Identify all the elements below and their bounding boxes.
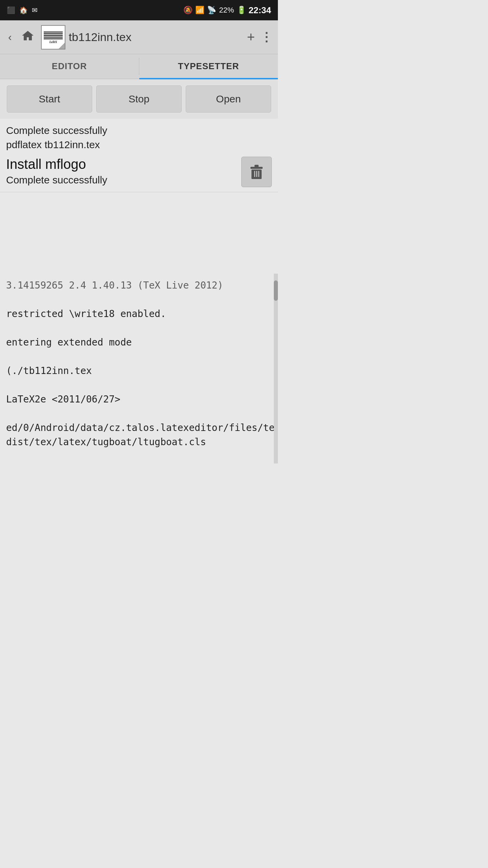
- gmail-icon: ✉: [32, 6, 38, 14]
- log-line-5: LaTeX2e <2011/06/27>: [6, 392, 272, 407]
- svg-rect-4: [256, 171, 257, 177]
- battery-icon: 🔋: [237, 6, 246, 15]
- install-section: Install mflogo Complete successfully: [0, 152, 278, 192]
- status-line-2: pdflatex tb112inn.tex: [6, 138, 272, 152]
- signal-icon: 📡: [207, 6, 216, 15]
- tab-bar: EDITOR TYPESETTER: [0, 54, 278, 79]
- clock: 22:34: [249, 5, 271, 16]
- add-button[interactable]: +: [247, 29, 255, 45]
- empty-area: [0, 192, 278, 274]
- nav-title-area: LaTeX tb112inn.tex: [41, 25, 243, 50]
- tab-editor[interactable]: EDITOR: [0, 54, 139, 78]
- status-area: Complete successfully pdflatex tb112inn.…: [0, 119, 278, 152]
- action-buttons: Start Stop Open: [0, 79, 278, 119]
- log-scroll-content: 3.14159265 2.4 1.40.13 (TeX Live 2012) r…: [0, 274, 278, 463]
- log-line-1: 3.14159265 2.4 1.40.13 (TeX Live 2012): [6, 278, 272, 293]
- scrollbar-thumb[interactable]: [274, 280, 278, 301]
- log-line-3: entering extended mode: [6, 335, 272, 350]
- log-text: 3.14159265 2.4 1.40.13 (TeX Live 2012) r…: [6, 278, 272, 463]
- stop-button[interactable]: Stop: [96, 85, 182, 113]
- photo-icon: ⬛: [7, 6, 15, 14]
- start-button[interactable]: Start: [7, 85, 92, 113]
- nav-bar: ‹ LaTeX tb112inn.tex + ⋮: [0, 20, 278, 54]
- more-button[interactable]: ⋮: [260, 30, 272, 44]
- scrollbar-track[interactable]: [274, 274, 278, 463]
- battery-percent: 22%: [219, 6, 234, 15]
- status-bar-left: ⬛ 🏠 ✉: [7, 6, 38, 14]
- mute-icon: 🔕: [183, 6, 192, 15]
- status-line-1: Complete successfully: [6, 123, 272, 138]
- nav-actions: + ⋮: [247, 29, 272, 45]
- install-status: Complete successfully: [6, 173, 241, 187]
- latex-file-icon: LaTeX: [41, 25, 65, 50]
- wifi-icon: 📶: [195, 6, 204, 15]
- notification-icon: 🏠: [19, 6, 28, 14]
- trash-button[interactable]: [241, 157, 272, 187]
- log-area[interactable]: 3.14159265 2.4 1.40.13 (TeX Live 2012) r…: [0, 274, 278, 463]
- log-line-2: restricted \write18 enabled.: [6, 307, 272, 321]
- log-line-4: (./tb112inn.tex: [6, 364, 272, 378]
- svg-rect-3: [254, 171, 255, 177]
- log-line-6: ed/0/Android/data/cz.talos.latexeditor/f…: [6, 421, 272, 449]
- home-button[interactable]: [19, 27, 37, 47]
- svg-rect-5: [258, 171, 259, 177]
- tab-typesetter[interactable]: TYPESETTER: [139, 54, 278, 78]
- back-button[interactable]: ‹: [5, 28, 15, 46]
- svg-rect-1: [255, 165, 259, 167]
- install-title: Install mflogo: [6, 155, 241, 173]
- status-bar: ⬛ 🏠 ✉ 🔕 📶 📡 22% 🔋 22:34: [0, 0, 278, 20]
- file-name: tb112inn.tex: [69, 31, 131, 44]
- install-content: Install mflogo Complete successfully: [6, 155, 241, 187]
- open-button[interactable]: Open: [186, 85, 271, 113]
- status-bar-right: 🔕 📶 📡 22% 🔋 22:34: [183, 5, 271, 16]
